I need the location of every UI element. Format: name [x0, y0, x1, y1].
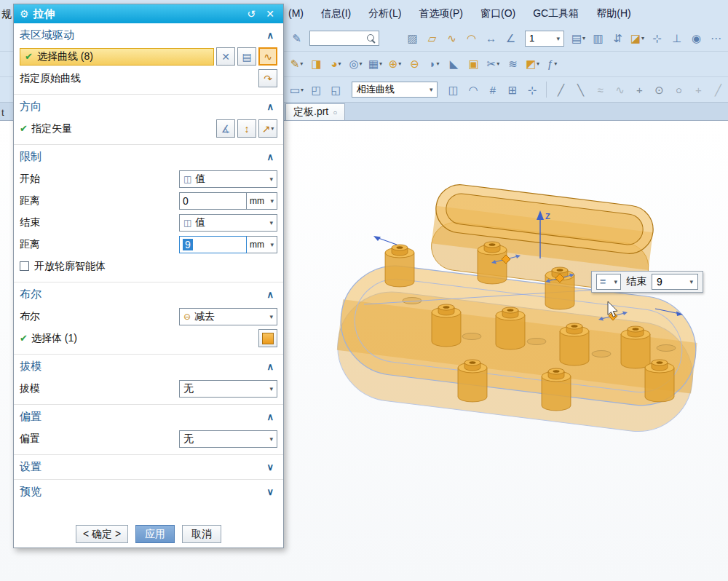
section-region-collapse-icon[interactable]: ∧ [264, 30, 276, 41]
curve-rule-mode-button[interactable]: ∿ [258, 47, 277, 66]
dialog-titlebar[interactable]: ⚙ 拉伸 ↺ ✕ [14, 4, 283, 23]
dialog-close-button[interactable]: ✕ [263, 8, 277, 20]
trim-body-icon[interactable]: ✂▾ [484, 55, 502, 73]
arc-icon[interactable]: ◠ [462, 29, 480, 47]
datum-csys-icon[interactable]: ◩▾ [523, 55, 542, 73]
section-draft-collapse-icon[interactable]: ∧ [264, 361, 276, 372]
move-to-layer-icon[interactable]: ⇵ [609, 29, 627, 47]
offset-surface-icon[interactable]: ≋ [504, 55, 522, 73]
deselect-all-button[interactable]: ✕ [216, 47, 235, 66]
tab-part-file[interactable]: 定板.prt ○ [285, 103, 345, 120]
open-profile-checkbox[interactable] [20, 261, 29, 271]
boolean-mode-combo[interactable]: ⊖ 减去 ▾ [179, 308, 277, 325]
end-distance-onscreen-input[interactable]: 9 ▾ [652, 274, 698, 290]
ok-button[interactable]: < 确定 > [76, 525, 128, 543]
start-mode-combo[interactable]: ◫ 值 ▾ [179, 170, 277, 188]
snap-point-icon[interactable]: ╱ [709, 81, 727, 99]
start-distance-input[interactable]: 0 [179, 192, 247, 210]
dialog-reset-button[interactable]: ↺ [244, 8, 258, 20]
chevron-down-icon: ▾ [266, 385, 273, 392]
intersection-curve-icon[interactable]: ◱ [327, 81, 345, 99]
work-layer-combo[interactable]: 1 ▾ [525, 31, 564, 47]
chamfer-icon[interactable]: ◣ [445, 55, 463, 73]
edge-blend-icon[interactable]: ◗▾ [425, 55, 443, 73]
snap-midpoint-icon[interactable]: ╲ [571, 81, 590, 99]
draft-mode-combo[interactable]: 无 ▾ [179, 380, 277, 398]
more-commands-icon[interactable]: ⋯ [707, 29, 725, 47]
sketch-icon[interactable]: ✎▾ [288, 55, 306, 73]
rapid-dimension-icon[interactable]: ↔ [482, 29, 500, 47]
view-in-layer-icon[interactable]: ▥ [589, 29, 607, 47]
stop-at-intersection-icon[interactable]: ◫ [444, 81, 462, 99]
group-selection-icon[interactable]: ⊞ [503, 81, 521, 99]
end-distance-label: 结束 [626, 275, 646, 288]
solid-body-icon [262, 333, 274, 344]
point-constructor-icon[interactable]: ⊹ [523, 81, 541, 99]
extrude-icon[interactable]: ◨ [307, 55, 325, 73]
menu-information[interactable]: 信息(I) [320, 6, 352, 22]
vector-dialog-button[interactable]: ∡ [216, 119, 235, 138]
hole-icon[interactable]: ◎▾ [347, 55, 365, 73]
section-settings-expand-icon[interactable]: ∨ [264, 462, 276, 473]
offset-mode-combo[interactable]: 无 ▾ [179, 430, 277, 448]
spline-icon[interactable]: ∿ [443, 29, 461, 47]
subtract-icon[interactable]: ⊖ [405, 55, 424, 73]
shell-icon[interactable]: ▣ [464, 55, 483, 73]
select-curve-row[interactable]: ✔ 选择曲线 (8) [20, 48, 214, 66]
point-icon[interactable]: ⊹ [648, 29, 666, 47]
section-offset-collapse-icon[interactable]: ∧ [264, 411, 276, 422]
snap-tangent-icon[interactable]: ≈ [591, 81, 609, 99]
sketch-curve-icon[interactable]: ▱ [423, 29, 441, 47]
curve-list-button[interactable]: ▤ [237, 47, 256, 66]
section-preview-expand-icon[interactable]: ∨ [264, 486, 276, 497]
section-limits-collapse-icon[interactable]: ∧ [264, 151, 276, 162]
orig-curve-button[interactable]: ↷ [258, 69, 277, 87]
select-body-button[interactable] [258, 329, 277, 347]
show-hide-icon[interactable]: ◉ [687, 29, 705, 47]
pattern-curve-icon[interactable]: # [483, 81, 502, 99]
snap-quadrant-icon[interactable]: + [689, 81, 708, 99]
edit-object-icon[interactable]: ✎ [288, 29, 306, 47]
reverse-direction-button[interactable]: ↗ ▾ [258, 119, 277, 138]
end-unit-combo[interactable]: mm ▾ [247, 236, 277, 253]
start-unit-combo[interactable]: mm ▾ [247, 192, 277, 210]
curve-rule-combo[interactable]: 相连曲线 ▾ [352, 82, 438, 98]
menu-help[interactable]: 帮助(H) [595, 6, 632, 22]
unite-icon[interactable]: ⊕▾ [386, 55, 404, 73]
snap-center-icon[interactable]: ⊙ [650, 81, 668, 99]
apply-button[interactable]: 应用 [135, 525, 175, 543]
command-search-input[interactable] [312, 33, 366, 44]
menu-analysis[interactable]: 分析(L) [367, 6, 403, 22]
expression-icon[interactable]: ƒ▾ [543, 55, 561, 73]
expression-options-button[interactable]: = ▾ [596, 274, 621, 290]
rectangle-icon[interactable]: ▭▾ [288, 81, 306, 99]
follow-fillet-icon[interactable]: ◠ [464, 81, 482, 99]
layer-settings-icon[interactable]: ▤▾ [569, 29, 587, 47]
end-mode-combo[interactable]: ◫ 值 ▾ [179, 214, 277, 232]
menu-assemblies[interactable]: (M) [287, 6, 305, 22]
snap-intersection-icon[interactable]: + [630, 81, 649, 99]
snap-spline-icon[interactable]: ∿ [611, 81, 629, 99]
end-distance-input[interactable]: 9 [179, 236, 247, 253]
menu-window[interactable]: 窗口(O) [479, 6, 517, 22]
csys-icon[interactable]: ⊥ [668, 29, 686, 47]
datum-plane-icon[interactable]: ◪▾ [628, 29, 646, 47]
pattern-feature-icon[interactable]: ▦▾ [366, 55, 384, 73]
project-curve-icon[interactable]: ◰ [307, 81, 325, 99]
value-mode-icon: ◫ [183, 218, 191, 228]
search-icon[interactable] [366, 33, 376, 44]
snap-endpoint-icon[interactable]: ╱ [552, 81, 570, 99]
snap-circle-icon[interactable]: ○ [670, 81, 688, 99]
section-settings-title: 设置 [20, 460, 41, 474]
section-direction-collapse-icon[interactable]: ∧ [264, 101, 276, 112]
paste-icon[interactable]: ▨ [403, 29, 422, 47]
angle-dimension-icon[interactable]: ∠ [502, 29, 520, 47]
start-label: 开始 [20, 173, 40, 186]
menu-preferences[interactable]: 首选项(P) [417, 6, 464, 22]
section-boolean-collapse-icon[interactable]: ∧ [264, 289, 276, 300]
cancel-button[interactable]: 取消 [182, 525, 221, 543]
inferred-vector-button[interactable]: ↕ [237, 119, 256, 138]
revolve-icon[interactable]: ◕▾ [327, 55, 345, 73]
section-draft: 拔模 ∧ 拔模 无 ▾ [14, 354, 283, 404]
menu-gc-toolbox[interactable]: GC工具箱 [531, 6, 580, 22]
